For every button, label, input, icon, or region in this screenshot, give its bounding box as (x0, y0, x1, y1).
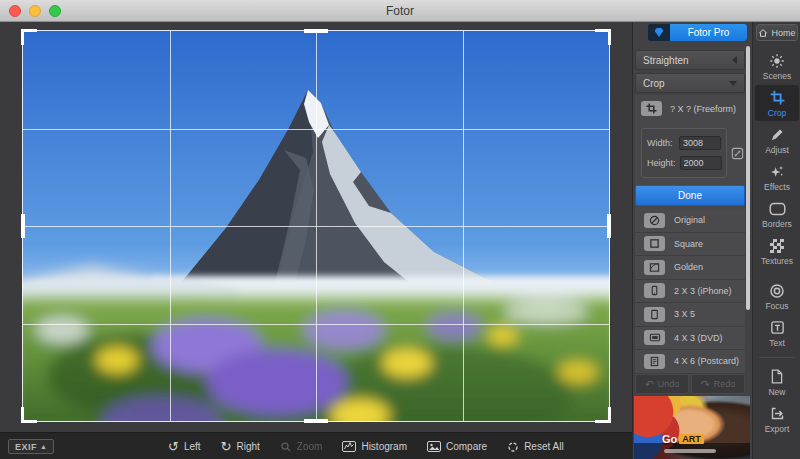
done-button[interactable]: Done (635, 185, 745, 206)
tool-effects[interactable]: Effects (755, 159, 799, 195)
reset-all-label: Reset All (524, 441, 563, 452)
tool-label: Textures (761, 256, 793, 266)
compare-button[interactable]: Compare (427, 441, 487, 452)
traffic-lights (9, 5, 61, 17)
histogram-label: Histogram (361, 441, 407, 452)
home-button[interactable]: Home (756, 24, 798, 41)
fotor-pro-button[interactable]: Fotor Pro (648, 24, 747, 41)
tool-text[interactable]: Text (755, 315, 799, 351)
zoom-window-button[interactable] (49, 5, 61, 17)
frame-icon (769, 200, 786, 217)
histogram-icon (342, 441, 356, 452)
fotor-app-window: Fotor (0, 0, 800, 459)
tool-new[interactable]: New (755, 364, 799, 400)
crop-grid-line (23, 129, 609, 130)
tool-export[interactable]: Export (755, 401, 799, 437)
tool-adjust[interactable]: Adjust (755, 122, 799, 158)
crop-section-label: Crop (643, 78, 665, 89)
minimize-window-button[interactable] (29, 5, 41, 17)
reset-icon (507, 441, 519, 453)
preset-golden[interactable]: Golden (635, 256, 745, 280)
tool-sidebar: Home Scenes Crop Adjust (752, 22, 800, 459)
phone-icon (644, 283, 665, 298)
crop-handle-top-right[interactable] (595, 29, 611, 45)
width-label: Width: (647, 138, 675, 148)
close-window-button[interactable] (9, 5, 21, 17)
preset-label: Square (674, 239, 703, 249)
rotate-right-button[interactable]: ↻ Right (221, 440, 260, 453)
export-icon (769, 405, 786, 422)
tool-crop[interactable]: Crop (755, 85, 799, 121)
height-input[interactable] (680, 156, 722, 170)
sun-icon (769, 52, 786, 69)
tool-label: Crop (768, 108, 786, 118)
preset-label: 3 X 5 (674, 309, 695, 319)
tool-scenes[interactable]: Scenes (755, 48, 799, 84)
preset-square[interactable]: Square (635, 233, 745, 257)
preset-4x3-dvd[interactable]: 4 X 3 (DVD) (635, 327, 745, 351)
crop-handle-top-left[interactable] (21, 29, 37, 45)
crop-handle-top[interactable] (304, 29, 328, 33)
gem-icon-wrap (648, 24, 670, 41)
preset-label: 2 X 3 (iPhone) (674, 286, 732, 296)
crop-grid-line (23, 226, 609, 227)
height-label: Height: (647, 158, 676, 168)
exif-button[interactable]: EXIF ▲ (8, 439, 54, 454)
crop-overlay[interactable] (22, 30, 610, 422)
photo-canvas[interactable] (22, 30, 610, 422)
height-row: Height: (647, 156, 721, 170)
redo-button[interactable]: ↷ Redo (691, 374, 745, 394)
reset-all-button[interactable]: Reset All (507, 441, 563, 453)
histogram-button[interactable]: Histogram (342, 441, 407, 452)
collapse-icon (732, 56, 737, 64)
crop-preset-list: Original Square Golden 2 X 3 (iPhone) (635, 209, 745, 374)
preset-2x3-iphone[interactable]: 2 X 3 (iPhone) (635, 280, 745, 304)
preset-label: Original (674, 215, 705, 225)
undo-label: Undo (658, 379, 680, 389)
preset-label: Golden (674, 262, 703, 272)
screen-icon (644, 330, 665, 345)
titlebar: Fotor (0, 0, 800, 22)
preset-3x5[interactable]: 3 X 5 (635, 303, 745, 327)
crop-handle-right[interactable] (607, 214, 611, 238)
tool-label: Focus (765, 301, 788, 311)
tool-label: Text (769, 338, 785, 348)
crop-section-header[interactable]: Crop (635, 73, 745, 93)
new-file-icon (769, 368, 786, 385)
ad-caption-text-blur (664, 449, 716, 453)
preset-label: 4 X 6 (Postcard) (674, 356, 739, 366)
width-row: Width: (647, 136, 721, 150)
rotate-left-label: Left (184, 441, 201, 452)
preset-4x6-postcard[interactable]: 4 X 6 (Postcard) (635, 350, 745, 374)
focus-rings-icon (769, 282, 786, 299)
crop-handle-bottom-left[interactable] (21, 407, 37, 423)
tool-label: New (768, 387, 785, 397)
rotate-left-button[interactable]: ↺ Left (168, 440, 201, 453)
tool-borders[interactable]: Borders (755, 196, 799, 232)
freeform-ratio-row[interactable]: ? X ? (Freeform) (635, 95, 745, 120)
tool-textures[interactable]: Textures (755, 233, 799, 269)
crop-freeform-icon (641, 101, 662, 116)
crop-grid-line (23, 324, 609, 325)
preset-original[interactable]: Original (635, 209, 745, 233)
tool-list: Scenes Crop Adjust Effects (753, 48, 800, 438)
crop-handle-bottom-right[interactable] (595, 407, 611, 423)
fotor-pro-label: Fotor Pro (670, 24, 747, 41)
crop-handle-bottom[interactable] (304, 419, 328, 423)
crop-handle-left[interactable] (21, 214, 25, 238)
tool-focus[interactable]: Focus (755, 278, 799, 314)
zoom-button: Zoom (280, 441, 323, 453)
original-ratio-icon (644, 213, 665, 228)
goart-logo-go: Go (662, 433, 677, 445)
goart-ad-banner[interactable]: Go ART (634, 396, 750, 459)
editor-canvas-area: EXIF ▲ ↺ Left ↻ Right Zoom (0, 22, 632, 459)
panel-scrollbar[interactable] (746, 46, 750, 310)
straighten-label: Straighten (643, 55, 689, 66)
gem-icon (655, 28, 664, 37)
home-label: Home (771, 28, 795, 38)
aspect-lock-icon[interactable] (731, 147, 744, 160)
freeform-ratio-label: ? X ? (Freeform) (670, 104, 736, 114)
straighten-section-header[interactable]: Straighten (635, 50, 745, 70)
undo-button[interactable]: ↶ Undo (635, 374, 689, 394)
width-input[interactable] (679, 136, 721, 150)
